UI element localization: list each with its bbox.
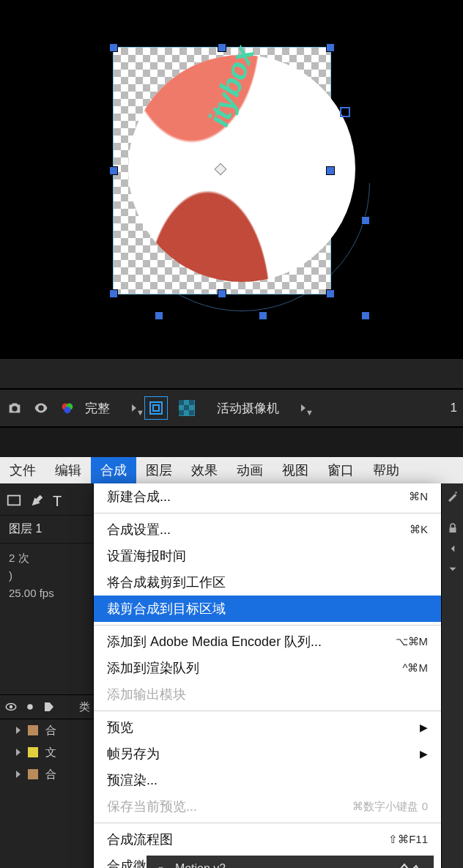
menu-composition[interactable]: 合成 bbox=[91, 457, 136, 483]
menu-item[interactable]: 设置海报时间 bbox=[94, 543, 441, 569]
menu-layer[interactable]: 图层 bbox=[136, 457, 182, 483]
visibility-icon[interactable] bbox=[32, 399, 50, 417]
bbox-handle-tr[interactable] bbox=[327, 44, 334, 51]
menu-item-shortcut: ⌘K bbox=[410, 523, 428, 536]
menu-item-label: 添加到渲染队列 bbox=[107, 659, 199, 677]
motion-label: Motion v2 bbox=[175, 862, 226, 868]
menu-item-shortcut: ⇧⌘F11 bbox=[388, 833, 428, 846]
menu-item-label: 预览 bbox=[107, 719, 133, 736]
channels-icon[interactable] bbox=[59, 399, 76, 417]
path-handle[interactable] bbox=[362, 312, 369, 319]
resolution-label: 完整 bbox=[85, 400, 110, 417]
motion-panel[interactable]: ▼ Motion v2 bbox=[147, 856, 434, 868]
panel-tab-layer[interactable]: 图层 1 bbox=[0, 516, 93, 544]
label-color-chip[interactable] bbox=[28, 725, 38, 735]
rectangle-tool-icon[interactable] bbox=[6, 492, 22, 511]
meta-line: 25.00 fps bbox=[9, 585, 84, 602]
menu-file[interactable]: 文件 bbox=[0, 457, 45, 483]
timeline-row[interactable]: 合 bbox=[0, 719, 93, 741]
label-icon[interactable] bbox=[42, 700, 56, 713]
menu-item[interactable]: 新建合成...⌘N bbox=[94, 483, 441, 510]
menu-item[interactable]: 预渲染... bbox=[94, 767, 441, 793]
expand-triangle-icon[interactable] bbox=[16, 727, 21, 734]
work-area: T 图层 1 2 次 ) 25.00 fps 类 合文合 新建合成...⌘N合成… bbox=[0, 483, 463, 868]
transparency-grid-button[interactable] bbox=[176, 397, 198, 419]
main-menubar: 文件 编辑 合成 图层 效果 动画 视图 窗口 帮助 bbox=[0, 457, 463, 483]
tool-row: T bbox=[0, 488, 93, 516]
menu-item: 保存当前预览...⌘数字小键盘 0 bbox=[94, 793, 441, 820]
pen-tool-icon[interactable] bbox=[29, 492, 45, 511]
menu-item[interactable]: 帧另存为▶ bbox=[94, 741, 441, 767]
expand-triangle-icon[interactable] bbox=[16, 749, 21, 756]
menu-item-label: 新建合成... bbox=[107, 488, 171, 505]
dropdown-triangle-icon: ▼ bbox=[132, 404, 136, 412]
bbox-handle-br[interactable] bbox=[327, 290, 334, 297]
dropdown-triangle-icon: ▼ bbox=[301, 404, 305, 412]
view-count: 1 bbox=[451, 401, 457, 415]
timeline-row[interactable]: 合 bbox=[0, 763, 93, 785]
path-handle[interactable] bbox=[259, 312, 267, 319]
lock-icon[interactable] bbox=[446, 522, 459, 535]
timeline-row[interactable]: 文 bbox=[0, 741, 93, 763]
menu-item[interactable]: 添加到 Adobe Media Encoder 队列...⌥⌘M bbox=[94, 628, 441, 655]
bbox-handle-tm[interactable] bbox=[218, 44, 226, 51]
svg-rect-7 bbox=[189, 400, 194, 405]
svg-rect-4 bbox=[153, 405, 159, 411]
resolution-dropdown[interactable]: 完整 ▼ bbox=[85, 400, 136, 417]
text-tool-icon[interactable]: T bbox=[53, 493, 62, 510]
menu-item[interactable]: 裁剪合成到目标区域 bbox=[94, 596, 441, 622]
camera-dropdown[interactable]: 活动摄像机 ▼ bbox=[217, 400, 305, 417]
menu-item[interactable]: 添加到渲染队列^⌘M bbox=[94, 655, 441, 681]
layer-name-fragment: 合 bbox=[45, 724, 56, 738]
expand-triangle-icon[interactable] bbox=[16, 771, 21, 778]
path-handle[interactable] bbox=[362, 217, 369, 224]
menu-edit[interactable]: 编辑 bbox=[45, 457, 91, 483]
menu-item-label: 将合成裁剪到工作区 bbox=[107, 574, 226, 591]
svg-point-13 bbox=[10, 705, 13, 709]
meta-line: 2 次 bbox=[9, 549, 84, 567]
bbox-handle-mr[interactable] bbox=[327, 167, 334, 174]
menu-item[interactable]: 合成设置...⌘K bbox=[94, 516, 441, 543]
menu-item-label: 裁剪合成到目标区域 bbox=[107, 600, 226, 617]
label-color-chip[interactable] bbox=[28, 747, 38, 757]
label-color-chip[interactable] bbox=[28, 769, 38, 779]
eye-icon[interactable] bbox=[4, 700, 18, 713]
menu-effect[interactable]: 效果 bbox=[182, 457, 227, 483]
bbox-handle-ml[interactable] bbox=[110, 167, 117, 174]
svg-rect-9 bbox=[179, 410, 184, 415]
menu-window[interactable]: 窗口 bbox=[318, 457, 363, 483]
region-of-interest-button[interactable] bbox=[145, 397, 167, 419]
menu-item[interactable]: 预览▶ bbox=[94, 714, 441, 741]
menu-item-shortcut: ⌘数字小键盘 0 bbox=[352, 800, 428, 814]
layer-name-fragment: 文 bbox=[45, 746, 56, 760]
menu-animation[interactable]: 动画 bbox=[227, 457, 273, 483]
menu-item-label: 设置海报时间 bbox=[107, 547, 186, 565]
wand-icon[interactable] bbox=[446, 489, 459, 502]
chevron-down-icon[interactable] bbox=[446, 563, 459, 576]
comp-meta: 2 次 ) 25.00 fps bbox=[0, 544, 93, 608]
menu-item[interactable]: 将合成裁剪到工作区 bbox=[94, 569, 441, 596]
menu-help[interactable]: 帮助 bbox=[363, 457, 409, 483]
meta-line: ) bbox=[9, 567, 84, 585]
solo-icon[interactable] bbox=[23, 700, 37, 713]
path-handle[interactable] bbox=[155, 312, 163, 319]
menu-separator bbox=[94, 711, 441, 711]
menu-separator bbox=[94, 823, 441, 823]
snapshot-icon[interactable] bbox=[6, 399, 23, 417]
menu-separator bbox=[94, 625, 441, 626]
bbox-handle-bm[interactable] bbox=[218, 290, 226, 297]
menu-item[interactable]: 合成流程图⇧⌘F11 bbox=[94, 826, 441, 853]
bbox-handle-tl[interactable] bbox=[110, 44, 117, 51]
menu-item: 添加输出模块 bbox=[94, 681, 441, 708]
chevron-left-icon[interactable] bbox=[446, 542, 459, 555]
composition-viewport[interactable]: itybox bbox=[0, 0, 463, 359]
menu-view[interactable]: 视图 bbox=[273, 457, 318, 483]
svg-rect-10 bbox=[189, 410, 194, 415]
bbox-handle-bl[interactable] bbox=[110, 290, 117, 297]
path-handle[interactable] bbox=[341, 108, 349, 116]
menu-item-label: 帧另存为 bbox=[107, 745, 160, 763]
menu-item-label: 预渲染... bbox=[107, 771, 158, 789]
svg-rect-11 bbox=[8, 495, 21, 505]
layer-name-fragment: 合 bbox=[45, 768, 56, 782]
triangle-icon: ▼ bbox=[157, 864, 165, 868]
